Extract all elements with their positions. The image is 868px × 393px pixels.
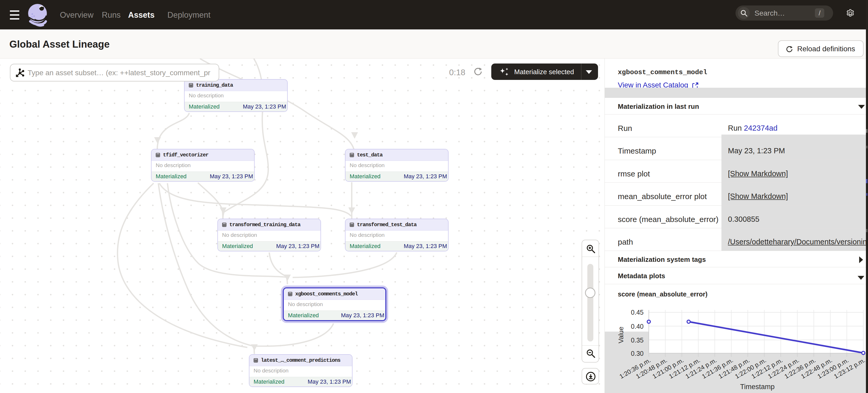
svg-text:Timestamp: Timestamp: [740, 383, 775, 391]
svg-text:0.40: 0.40: [631, 323, 644, 330]
svg-text:Value: Value: [617, 327, 625, 343]
svg-text:0.30: 0.30: [631, 350, 644, 357]
svg-text:0.45: 0.45: [631, 309, 644, 316]
svg-text:0.35: 0.35: [631, 336, 644, 344]
